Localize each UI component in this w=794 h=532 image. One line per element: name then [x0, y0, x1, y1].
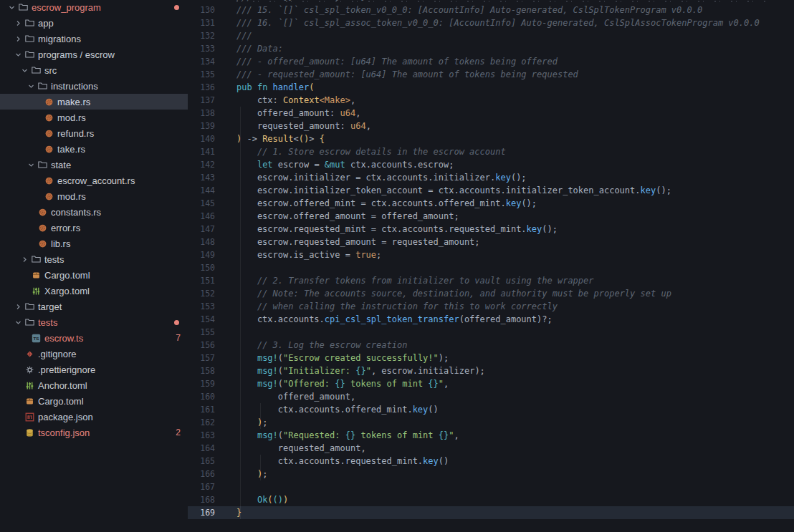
line-number[interactable]: 133	[188, 44, 215, 54]
sidebar-item-mod-rs[interactable]: mod.rs	[0, 110, 188, 125]
line-number[interactable]: 138	[188, 108, 215, 118]
sidebar-item-refund-rs[interactable]: refund.rs	[0, 125, 188, 141]
code-line[interactable]: 148 escrow.requested_amount = requested_…	[188, 236, 794, 248]
chevron-right-icon[interactable]	[19, 253, 30, 265]
sidebar-item-package-json[interactable]: package.json	[0, 409, 188, 425]
code-line[interactable]: 167	[188, 480, 794, 493]
chevron-right-icon[interactable]	[12, 33, 24, 44]
sidebar-item-target[interactable]: target	[0, 299, 188, 314]
sidebar-item-xargo-toml[interactable]: Xargo.toml	[0, 283, 188, 299]
line-number[interactable]: 153	[188, 301, 215, 311]
code-line[interactable]: 163 msg!("Requested: {} tokens of mint {…	[188, 429, 794, 442]
code-line[interactable]: 164 requested_amount,	[188, 442, 794, 455]
line-number[interactable]: 135	[188, 69, 215, 79]
code-line[interactable]: 145 escrow.offered_mint = ctx.accounts.o…	[188, 197, 794, 210]
chevron-down-icon[interactable]	[12, 316, 24, 328]
code-line[interactable]: 154 ctx.accounts.cpi_csl_spl_token_trans…	[188, 313, 794, 326]
code-line[interactable]: 134/// - offered_amount: [u64] The amoun…	[188, 55, 794, 68]
sidebar-item-anchor-toml[interactable]: Anchor.toml	[0, 377, 188, 393]
sidebar-item-make-rs[interactable]: make.rs	[0, 94, 188, 110]
code-line[interactable]: 162 );	[188, 416, 794, 429]
code-line[interactable]: 144 escrow.initializer_token_account = c…	[188, 184, 794, 197]
code-line[interactable]: 165 ctx.accounts.requested_mint.key()	[188, 455, 794, 468]
line-number[interactable]: 140	[188, 134, 215, 144]
code-line[interactable]: 159 msg!("Offered: {} tokens of mint {}"…	[188, 377, 794, 390]
code-line[interactable]: 158 msg!("Initializer: {}", escrow.initi…	[188, 364, 794, 377]
line-number[interactable]: 163	[188, 430, 215, 440]
sidebar-item-lib-rs[interactable]: lib.rs	[0, 236, 188, 251]
code-line-current[interactable]: 169}	[188, 506, 794, 519]
chevron-down-icon[interactable]	[6, 1, 17, 13]
sidebar-item-escrow-account-rs[interactable]: escrow_account.rs	[0, 173, 188, 188]
line-number[interactable]: 143	[188, 173, 215, 183]
code-line[interactable]: 143 escrow.initializer = ctx.accounts.in…	[188, 171, 794, 184]
line-number[interactable]: 137	[188, 95, 215, 105]
code-line[interactable]: 137 ctx: Context<Make>,	[188, 94, 794, 107]
code-line[interactable]: 131/// 16. `[]` csl_spl_assoc_token_v0_0…	[188, 16, 794, 29]
line-number[interactable]: 162	[188, 417, 215, 427]
code-line[interactable]: 155	[188, 326, 794, 339]
code-line[interactable]: 147 escrow.requested_mint = ctx.accounts…	[188, 223, 794, 236]
line-number[interactable]: 149	[188, 250, 215, 260]
code-line[interactable]: 156 // 3. Log the escrow creation	[188, 339, 794, 352]
line-number[interactable]: 161	[188, 405, 215, 415]
line-number[interactable]: 142	[188, 160, 215, 170]
sidebar-item-tests[interactable]: tests	[0, 314, 188, 330]
code-line[interactable]: 141 // 1. Store escrow details in the es…	[188, 145, 794, 158]
code-line[interactable]: 152 // Note: The accounts source, destin…	[188, 287, 794, 300]
code-line[interactable]: 133/// Data:	[188, 42, 794, 55]
line-number[interactable]: 147	[188, 224, 215, 234]
code-line[interactable]: 139 requested_amount: u64,	[188, 120, 794, 132]
code-line[interactable]: 136pub fn handler(	[188, 81, 794, 94]
line-number[interactable]: 157	[188, 353, 215, 363]
line-number[interactable]: 130	[188, 5, 215, 15]
line-number[interactable]: 150	[188, 263, 215, 273]
code-line[interactable]: 142 let escrow = &mut ctx.accounts.escro…	[188, 158, 794, 171]
sidebar-item-cargo-toml[interactable]: Cargo.toml	[0, 393, 188, 409]
line-number[interactable]: 159	[188, 379, 215, 389]
line-number[interactable]: 144	[188, 185, 215, 195]
line-number[interactable]: 166	[188, 469, 215, 479]
code-line[interactable]: 149 escrow.is_active = true;	[188, 248, 794, 261]
code-line[interactable]: 135/// - requested_amount: [u64] The amo…	[188, 68, 794, 81]
code-line[interactable]: 157 msg!("Escrow created successfully!")…	[188, 352, 794, 364]
line-number[interactable]: 139	[188, 121, 215, 131]
sidebar-item-escrow-program[interactable]: escrow_program	[0, 0, 188, 15]
line-number[interactable]: 152	[188, 289, 215, 299]
sidebar-item-app[interactable]: app	[0, 15, 188, 31]
code-line[interactable]: 138 offered_amount: u64,	[188, 107, 794, 120]
chevron-down-icon[interactable]	[12, 49, 24, 60]
chevron-down-icon[interactable]	[25, 80, 37, 92]
code-line[interactable]: 151 // 2. Transfer tokens from initializ…	[188, 274, 794, 287]
line-number[interactable]: 165	[188, 456, 215, 466]
line-number[interactable]: 167	[188, 482, 215, 492]
code-line[interactable]: 130/// 15. `[]` csl_spl_token_v0_0_0: [A…	[188, 4, 794, 16]
sidebar-item-gitignore[interactable]: .gitignore	[0, 346, 188, 362]
sidebar-item-constants-rs[interactable]: constants.rs	[0, 204, 188, 220]
chevron-right-icon[interactable]	[12, 17, 24, 29]
line-number[interactable]: 160	[188, 392, 215, 402]
line-number[interactable]: 154	[188, 314, 215, 324]
sidebar-item-prettierignore[interactable]: .prettierignore	[0, 362, 188, 377]
line-number[interactable]: 148	[188, 237, 215, 247]
code-line[interactable]: 140) -> Result<()> {	[188, 132, 794, 145]
line-number[interactable]: 132	[188, 31, 215, 41]
line-number[interactable]: 156	[188, 340, 215, 350]
line-number[interactable]: 131	[188, 18, 215, 28]
code-line[interactable]: 160 offered_amount,	[188, 390, 794, 403]
line-number[interactable]: 146	[188, 211, 215, 221]
code-line[interactable]: 161 ctx.accounts.offered_mint.key()	[188, 403, 794, 416]
line-number[interactable]: 141	[188, 147, 215, 157]
line-number[interactable]: 134	[188, 57, 215, 67]
chevron-down-icon[interactable]	[19, 64, 30, 76]
sidebar-item-tests[interactable]: tests	[0, 251, 188, 267]
code-line[interactable]: 166 );	[188, 468, 794, 480]
sidebar-item-migrations[interactable]: migrations	[0, 31, 188, 47]
chevron-right-icon[interactable]	[12, 301, 24, 312]
sidebar-item-mod-rs[interactable]: mod.rs	[0, 188, 188, 204]
sidebar-item-tsconfig-json[interactable]: tsconfig.json2	[0, 425, 188, 440]
sidebar-item-cargo-toml[interactable]: Cargo.toml	[0, 267, 188, 283]
line-number[interactable]: 164	[188, 443, 215, 453]
line-number[interactable]: 158	[188, 366, 215, 376]
code-line[interactable]: 146 escrow.offered_amount = offered_amou…	[188, 210, 794, 223]
